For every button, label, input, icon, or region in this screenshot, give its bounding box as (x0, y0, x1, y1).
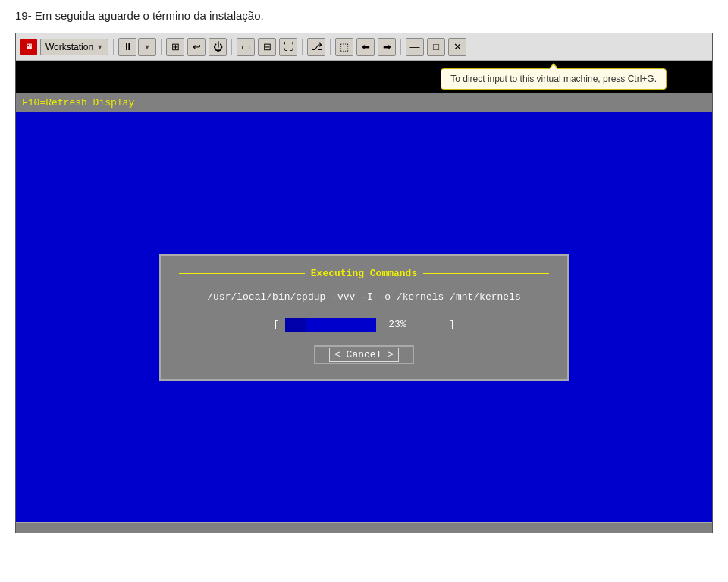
revert-button[interactable]: ↩ (187, 38, 206, 56)
progress-percent-text: 23% (382, 319, 413, 330)
usb-button[interactable]: ⎇ (307, 38, 325, 56)
cancel-button-label: < Cancel > (329, 348, 399, 362)
vmware-app-icon[interactable]: 🖥 (20, 39, 37, 55)
progress-open-bracket: [ (273, 319, 279, 330)
toolbar-separator-5 (330, 39, 331, 55)
tooltip-area: To direct input to this virtual machine,… (16, 61, 712, 93)
back-button[interactable]: ⬅ (356, 38, 375, 56)
toolbar-separator-1 (113, 39, 114, 55)
minimize-button[interactable]: — (406, 38, 424, 56)
toolbar-separator-6 (400, 39, 401, 55)
dialog-title-line-left (179, 273, 305, 274)
window-layout-button-1[interactable]: ▭ (237, 38, 255, 56)
vm-screen[interactable]: F10=Refresh Display Executing Commands /… (16, 93, 712, 533)
vmware-window: 🖥 Workstation ▼ ⏸ ▼ ⊞ ↩ ⏻ (15, 33, 713, 533)
pause-dropdown-button[interactable]: ▼ (138, 38, 156, 56)
vm-content: Executing Commands /usr/local/bin/cpdup … (16, 112, 712, 522)
progress-bar-outer (285, 318, 376, 332)
vm-header-text: F10=Refresh Display (22, 97, 134, 109)
workstation-label: Workstation (46, 42, 93, 52)
dialog-title-line-right (423, 273, 549, 274)
workstation-dropdown-arrow: ▼ (96, 43, 103, 51)
toolbar-separator-3 (231, 39, 232, 55)
power-button[interactable]: ⏻ (209, 38, 227, 56)
direct-input-tooltip: To direct input to this virtual machine,… (441, 68, 667, 90)
progress-bar-fill (285, 318, 306, 332)
play-pause-group: ⏸ ▼ (118, 38, 156, 56)
send-keys-button[interactable]: ⬚ (335, 38, 353, 56)
vm-header-bar: F10=Refresh Display (16, 93, 712, 112)
close-button[interactable]: ✕ (448, 38, 466, 56)
progress-close-bracket: ] (449, 319, 455, 330)
vm-status-bar (16, 522, 712, 533)
page-instruction: 19- Em seguida aguarde o término da inst… (15, 9, 713, 22)
cancel-button[interactable]: < Cancel > (314, 345, 414, 364)
forward-button[interactable]: ➡ (378, 38, 396, 56)
toolbar-separator-4 (302, 39, 303, 55)
tooltip-text: To direct input to this virtual machine,… (450, 74, 657, 84)
dialog-buttons: < Cancel > (179, 345, 549, 364)
toolbar: 🖥 Workstation ▼ ⏸ ▼ ⊞ ↩ ⏻ (16, 33, 712, 61)
restore-button[interactable]: □ (427, 38, 445, 56)
dialog-progress-row: [ 23% ] (179, 318, 549, 332)
pause-button[interactable]: ⏸ (118, 38, 136, 56)
executing-commands-dialog: Executing Commands /usr/local/bin/cpdup … (159, 254, 569, 381)
dialog-command-text: /usr/local/bin/cpdup -vvv -I -o /kernels… (179, 291, 549, 303)
snapshot-button[interactable]: ⊞ (166, 38, 184, 56)
workstation-menu-button[interactable]: Workstation ▼ (40, 39, 108, 55)
vm-screen-wrapper: F10=Refresh Display Executing Commands /… (16, 93, 712, 533)
toolbar-separator-2 (161, 39, 162, 55)
window-layout-button-2[interactable]: ⊟ (258, 38, 276, 56)
dialog-title-bar: Executing Commands (179, 268, 549, 279)
fullscreen-button[interactable]: ⛶ (279, 38, 297, 56)
dialog-title-text: Executing Commands (311, 268, 417, 279)
